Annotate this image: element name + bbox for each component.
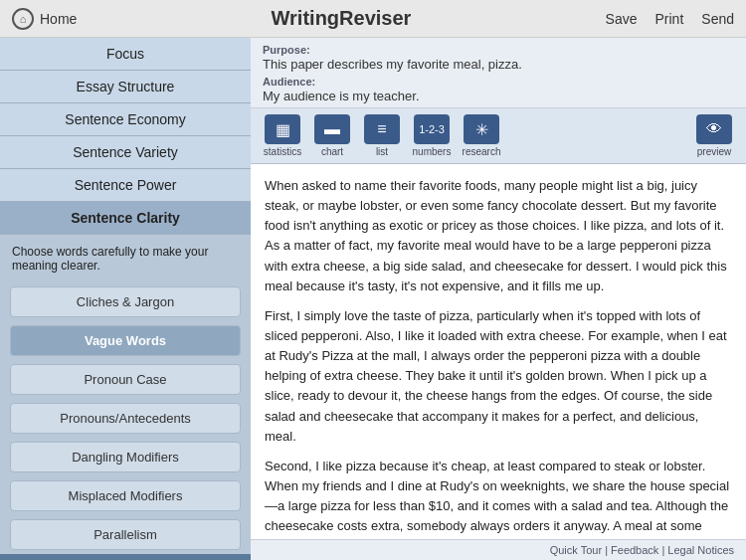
sub-btn-dangling-modifiers[interactable]: Dangling Modifiers xyxy=(10,442,241,472)
statistics-icon: ▦ xyxy=(265,114,300,144)
tool-list[interactable]: ≡ list xyxy=(360,114,404,157)
essay-paragraph-2: First, I simply love the taste of pizza,… xyxy=(265,306,732,447)
sidebar: Focus Essay Structure Sentence Economy S… xyxy=(0,38,251,560)
save-button[interactable]: Save xyxy=(606,11,638,27)
list-label: list xyxy=(376,146,388,157)
send-button[interactable]: Send xyxy=(701,11,734,27)
app-title: WritingReviser xyxy=(77,7,605,30)
footer-feedback[interactable]: Feedback xyxy=(611,544,658,556)
research-icon: ✳ xyxy=(464,114,499,144)
sub-btn-misplaced-modifiers[interactable]: Misplaced Modifiers xyxy=(10,480,241,511)
sub-btn-cliches-jargon[interactable]: Cliches & Jargon xyxy=(10,286,241,317)
sub-btn-pronoun-case[interactable]: Pronoun Case xyxy=(10,364,241,395)
research-label: research xyxy=(463,146,501,157)
statistics-label: statistics xyxy=(264,146,301,157)
content-area: Purpose: This paper describes my favorit… xyxy=(251,38,746,560)
top-bar-actions: Save Print Send xyxy=(606,11,734,27)
tool-chart[interactable]: ▬ chart xyxy=(310,114,354,157)
sidebar-item-sentence-economy[interactable]: Sentence Economy xyxy=(0,103,251,136)
top-bar: ⌂ Home WritingReviser Save Print Send xyxy=(0,0,746,38)
sub-btn-vague-words[interactable]: Vague Words xyxy=(10,325,241,356)
audience-label: Audience: xyxy=(263,76,734,88)
title-plain: Writing xyxy=(272,7,340,29)
sidebar-description: Choose words carefully to make your mean… xyxy=(0,235,251,282)
tool-preview[interactable]: 👁 preview xyxy=(692,114,736,157)
purpose-label: Purpose: xyxy=(263,44,734,56)
numbers-label: numbers xyxy=(413,146,452,157)
essay-body: When asked to name their favorite foods,… xyxy=(251,164,746,539)
sub-btn-parallelism[interactable]: Parallelism xyxy=(10,519,241,550)
sub-btn-pronouns-antecedents[interactable]: Pronouns/Antecedents xyxy=(10,403,241,434)
title-bold: Reviser xyxy=(339,7,411,29)
tool-research[interactable]: ✳ research xyxy=(460,114,503,157)
numbers-icon: 1-2-3 xyxy=(414,114,450,144)
main-layout: Focus Essay Structure Sentence Economy S… xyxy=(0,38,746,560)
tool-statistics[interactable]: ▦ statistics xyxy=(261,114,304,157)
chart-icon: ▬ xyxy=(314,114,350,144)
purpose-area: Purpose: This paper describes my favorit… xyxy=(251,38,746,108)
toolbar: ▦ statistics ▬ chart ≡ list 1-2-3 number… xyxy=(251,108,746,164)
purpose-text: This paper describes my favorite meal, p… xyxy=(263,57,734,72)
preview-label: preview xyxy=(697,146,731,157)
footer: Quick Tour | Feedback | Legal Notices xyxy=(251,539,746,560)
home-label: Home xyxy=(40,11,77,27)
sidebar-item-focus[interactable]: Focus xyxy=(0,38,251,71)
sidebar-item-sentence-power[interactable]: Sentence Power xyxy=(0,169,251,202)
essay-paragraph-3: Second, I like pizza because it's cheap,… xyxy=(265,457,732,539)
sidebar-item-sentence-clarity[interactable]: Sentence Clarity xyxy=(0,202,251,235)
audience-text: My audience is my teacher. xyxy=(263,89,734,103)
home-icon: ⌂ xyxy=(12,8,34,30)
list-icon: ≡ xyxy=(364,114,400,144)
print-button[interactable]: Print xyxy=(655,11,684,27)
finish-button[interactable]: Finish xyxy=(0,554,251,560)
preview-icon: 👁 xyxy=(696,114,732,144)
footer-legal-notices[interactable]: Legal Notices xyxy=(667,544,734,556)
tool-numbers[interactable]: 1-2-3 numbers xyxy=(410,114,454,157)
sidebar-item-sentence-variety[interactable]: Sentence Variety xyxy=(0,136,251,169)
chart-label: chart xyxy=(321,146,343,157)
essay-paragraph-1: When asked to name their favorite foods,… xyxy=(265,176,732,296)
home-button[interactable]: ⌂ Home xyxy=(12,8,77,30)
sidebar-item-essay-structure[interactable]: Essay Structure xyxy=(0,71,251,103)
footer-quick-tour[interactable]: Quick Tour xyxy=(550,544,602,556)
